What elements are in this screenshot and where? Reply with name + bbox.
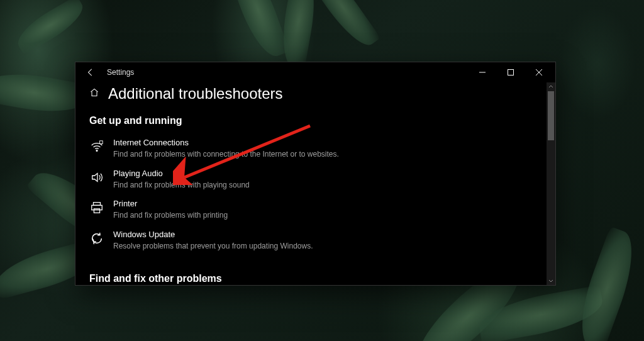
scrollbar[interactable] — [547, 82, 555, 285]
section-title-getup: Get up and running — [89, 115, 541, 126]
section-title-other: Find and fix other problems — [89, 273, 541, 284]
scroll-down-button[interactable] — [547, 276, 555, 285]
svg-rect-1 — [508, 70, 513, 75]
troubleshooter-windows-update[interactable]: Windows Update Resolve problems that pre… — [89, 227, 353, 258]
item-title: Internet Connections — [113, 138, 339, 148]
window-controls — [468, 63, 553, 82]
update-icon — [89, 231, 104, 246]
app-title: Settings — [107, 68, 134, 77]
troubleshooter-printer[interactable]: Printer Find and fix problems with print… — [89, 196, 353, 227]
item-desc: Resolve problems that prevent you from u… — [113, 241, 313, 252]
troubleshooter-playing-audio[interactable]: Playing Audio Find and fix problems with… — [89, 166, 353, 197]
troubleshooter-internet-connections[interactable]: Internet Connections Find and fix proble… — [89, 135, 353, 166]
minimize-button[interactable] — [468, 63, 496, 82]
item-desc: Find and fix problems with printing — [113, 210, 228, 221]
svg-rect-8 — [94, 209, 99, 213]
item-title: Playing Audio — [113, 169, 250, 179]
printer-icon — [89, 200, 104, 215]
back-button[interactable] — [84, 66, 97, 79]
scroll-thumb[interactable] — [548, 91, 554, 140]
item-desc: Find and fix problems with playing sound — [113, 180, 250, 191]
item-desc: Find and fix problems with connecting to… — [113, 149, 339, 160]
settings-window: Settings Additional troubleshooters — [75, 62, 556, 286]
speaker-icon — [89, 170, 104, 185]
titlebar: Settings — [75, 62, 555, 82]
close-button[interactable] — [525, 63, 553, 82]
item-title: Printer — [113, 199, 228, 210]
home-icon[interactable] — [89, 87, 99, 100]
svg-rect-5 — [100, 141, 103, 144]
maximize-button[interactable] — [496, 63, 525, 82]
svg-rect-7 — [92, 206, 103, 210]
content-area: Additional troubleshooters Get up and ru… — [75, 82, 555, 285]
page-title: Additional troubleshooters — [108, 85, 283, 103]
item-title: Windows Update — [113, 230, 313, 240]
scroll-up-button[interactable] — [547, 82, 555, 91]
svg-point-4 — [96, 150, 97, 152]
svg-rect-6 — [94, 203, 101, 206]
wifi-icon — [89, 139, 104, 154]
